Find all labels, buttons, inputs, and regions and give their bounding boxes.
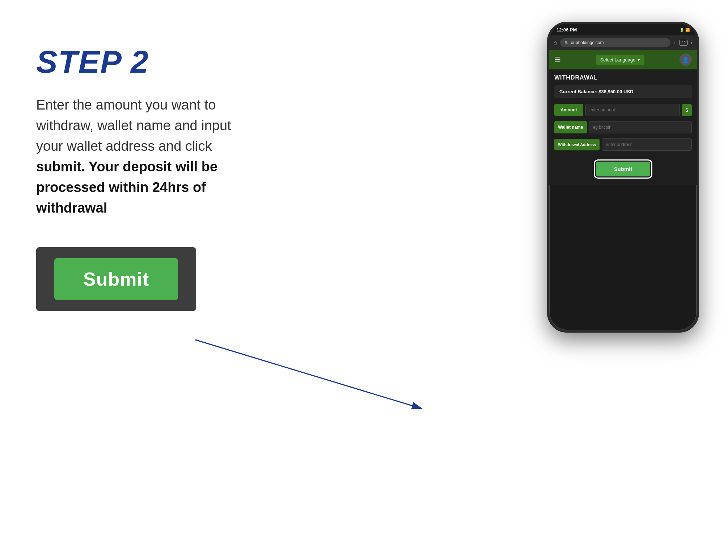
browser-bar: ⌂ 🔍 oupholdings.com + 22 › [549,35,697,50]
balance-display: Current Balance: $38,950.00 USD [554,85,692,98]
address-input[interactable] [602,138,692,151]
description-text-bold: submit. Your deposit will be processed w… [36,159,217,215]
person-icon: 👤 [682,56,689,63]
url-text: oupholdings.com [571,40,604,45]
status-bar: 12:06 PM 🔋 📶 [549,24,697,35]
withdrawal-section: WITHDRAWAL Current Balance: $38,950.00 U… [549,69,697,185]
phone-frame: 12:06 PM 🔋 📶 ⌂ 🔍 oupholdings.com + 22 › [547,22,699,333]
currency-badge: $ [682,104,692,116]
wallet-name-label: Wallet name [554,121,587,133]
submit-showcase-box: Submit [36,247,196,311]
svg-line-1 [195,340,422,409]
amount-label: Amount [554,104,583,116]
step-title: STEP 2 [36,43,261,80]
withdrawal-title: WITHDRAWAL [554,74,692,81]
more-icon[interactable]: › [691,40,693,46]
search-icon: 🔍 [564,41,569,45]
language-label: Select Language [600,57,636,63]
status-icons: 🔋 📶 [680,28,690,32]
step-description: Enter the amount you want to withdraw, w… [36,95,261,218]
amount-input[interactable] [585,104,680,116]
address-row: Withdrawal Address [554,138,692,151]
new-tab-icon[interactable]: + [673,40,676,46]
home-icon[interactable]: ⌂ [554,39,557,46]
wallet-name-input[interactable] [589,121,692,133]
app-submit-section: Submit [554,156,692,180]
wifi-icon: 📶 [685,28,690,32]
browser-actions: + 22 › [673,40,693,46]
app-content: ☰ Select Language ▾ 👤 WITHDRAWAL Current… [549,50,697,185]
nav-bar: ☰ Select Language ▾ 👤 [549,50,697,69]
status-time: 12:06 PM [556,27,577,33]
chevron-down-icon: ▾ [638,57,640,63]
app-submit-button[interactable]: Submit [596,162,651,176]
user-icon[interactable]: 👤 [680,54,692,66]
url-bar[interactable]: 🔍 oupholdings.com [560,38,670,47]
tab-count[interactable]: 22 [679,40,688,46]
language-selector[interactable]: Select Language ▾ [596,55,645,65]
signal-icon: 🔋 [680,28,684,32]
wallet-name-row: Wallet name [554,121,692,133]
amount-row: Amount $ [554,104,692,116]
description-text-part1: Enter the amount you want to withdraw, w… [36,97,231,154]
left-content: STEP 2 Enter the amount you want to with… [36,43,261,311]
submit-button-large[interactable]: Submit [54,258,178,300]
address-label: Withdrawal Address [554,139,600,150]
hamburger-icon[interactable]: ☰ [554,55,561,64]
phone-mockup: 12:06 PM 🔋 📶 ⌂ 🔍 oupholdings.com + 22 › [547,22,699,333]
